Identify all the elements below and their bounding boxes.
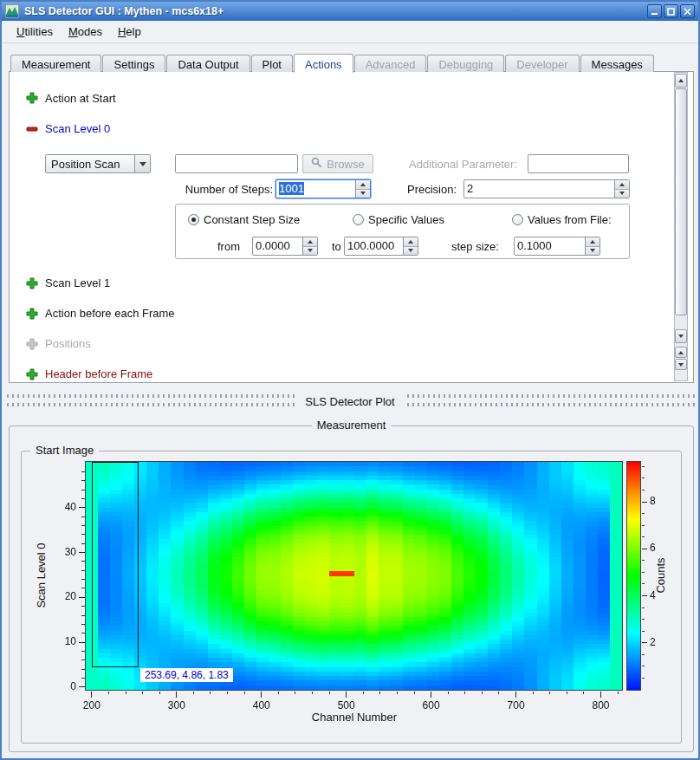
menu-modes[interactable]: Modes (61, 23, 110, 41)
x-axis-minor-tick (159, 692, 160, 694)
vertical-scrollbar[interactable] (674, 72, 688, 381)
y-axis-tick-label: 30 (53, 546, 76, 558)
scroll-down-icon[interactable] (675, 359, 687, 370)
y-axis-tick-label: 20 (53, 590, 76, 602)
combo-dropdown-icon[interactable] (134, 155, 150, 172)
header-before-frame-label[interactable]: Header before Frame (45, 367, 152, 380)
cursor-position-readout: 253.69, 4.86, 1.83 (140, 668, 233, 682)
spin-up-icon[interactable] (303, 237, 317, 247)
precision-spinbox[interactable]: 2 (463, 179, 630, 198)
x-axis-minor-tick (379, 692, 380, 694)
step-size-spinbox[interactable]: 0.1000 (514, 237, 600, 256)
colorbar-minor-tick (642, 619, 645, 620)
x-axis-minor-tick (312, 692, 313, 694)
expand-plus-icon[interactable] (26, 368, 38, 380)
radio-constant-step-size[interactable] (188, 214, 199, 225)
radio-specific-values[interactable] (353, 214, 364, 225)
colorbar-tick (642, 502, 647, 503)
step-mode-groupbox: Constant Step Size Specific Values Value… (175, 204, 630, 259)
colorbar-minor-tick (642, 560, 645, 561)
additional-parameter-input[interactable] (528, 154, 629, 173)
maximize-button[interactable] (664, 4, 678, 18)
expand-plus-icon[interactable] (26, 92, 38, 104)
y-axis-tick (79, 507, 85, 508)
radio-constant-step-size-label[interactable]: Constant Step Size (204, 213, 300, 226)
expand-plus-icon[interactable] (26, 277, 38, 289)
x-axis-minor-tick (414, 692, 415, 694)
tab-messages[interactable]: Messages (580, 55, 654, 72)
scroll-down-icon[interactable] (675, 329, 687, 343)
x-axis-minor-tick (397, 692, 398, 694)
spin-down-icon[interactable] (356, 190, 370, 198)
colorbar-tick (642, 642, 647, 643)
tab-developer: Developer (505, 55, 579, 72)
x-axis-minor-tick (533, 692, 534, 694)
application-window: SLS Detector GUI : Mythen - mcs6x18+ Uti… (0, 0, 700, 760)
spin-down-icon[interactable] (404, 247, 418, 256)
x-axis-tick (600, 692, 601, 698)
spin-up-icon[interactable] (586, 237, 600, 247)
x-axis-tick (91, 692, 92, 698)
radio-values-from-file-label[interactable]: Values from File: (528, 213, 612, 226)
splitter-label: SLS Detector Plot (295, 394, 405, 409)
tab-measurement[interactable]: Measurement (10, 55, 101, 72)
menu-utilities[interactable]: Utilities (9, 23, 61, 41)
colorbar (626, 461, 641, 691)
colorbar-minor-tick (642, 654, 645, 655)
spin-up-icon[interactable] (356, 180, 370, 190)
scroll-up-icon[interactable] (675, 74, 687, 88)
scroll-up-icon[interactable] (675, 347, 687, 358)
x-axis-minor-tick (363, 692, 364, 694)
colorbar-tick (642, 549, 647, 549)
y-axis-tick (79, 642, 85, 643)
colorbar-minor-tick (642, 466, 645, 467)
spin-up-icon[interactable] (404, 237, 418, 247)
scan-mode-combobox[interactable]: Position Scan (45, 154, 151, 173)
y-axis-tick-label: 0 (53, 680, 76, 692)
action-before-frame-label[interactable]: Action before each Frame (45, 307, 175, 320)
radio-values-from-file[interactable] (512, 214, 523, 225)
heatmap-canvas[interactable] (85, 461, 623, 691)
tab-plot[interactable]: Plot (251, 55, 293, 72)
spin-down-icon[interactable] (303, 247, 317, 256)
from-spinbox[interactable]: 0.0000 (252, 237, 318, 256)
x-axis-tick (176, 692, 177, 698)
tab-actions[interactable]: Actions (294, 54, 353, 73)
x-axis-minor-tick (329, 692, 330, 694)
x-axis-minor-tick (618, 692, 619, 694)
spin-down-icon[interactable] (615, 190, 629, 198)
x-axis-minor-tick (583, 692, 584, 694)
x-axis-minor-tick (567, 692, 567, 694)
scan-level-1-label[interactable]: Scan Level 1 (45, 276, 110, 289)
scan-script-input[interactable] (175, 154, 298, 173)
collapse-minus-icon[interactable] (26, 123, 38, 135)
menu-help[interactable]: Help (110, 23, 149, 41)
x-axis-tick-label: 700 (499, 699, 534, 711)
tab-data-output[interactable]: Data Output (166, 55, 250, 72)
spin-up-icon[interactable] (615, 180, 629, 190)
plot-splitter-handle[interactable]: SLS Detector Plot (2, 388, 698, 414)
x-axis-tick-label: 200 (75, 699, 109, 711)
radio-specific-values-label[interactable]: Specific Values (368, 213, 444, 226)
x-axis-tick (515, 692, 516, 698)
x-axis-tick-label: 800 (584, 699, 619, 711)
close-button[interactable] (680, 4, 695, 18)
colorbar-tick-label: 2 (650, 636, 667, 648)
x-axis-minor-tick (227, 692, 228, 694)
colorbar-minor-tick (642, 477, 645, 478)
y-axis-tick (79, 597, 85, 598)
x-axis-minor-tick (210, 692, 211, 694)
x-axis-tick (261, 692, 262, 698)
tab-settings[interactable]: Settings (102, 55, 165, 72)
browse-button[interactable]: Browse (302, 154, 373, 173)
start-image-group-title: Start Image (30, 444, 99, 457)
scan-level-0-label[interactable]: Scan Level 0 (45, 122, 110, 135)
from-value: 0.0000 (253, 237, 302, 255)
expand-plus-icon[interactable] (26, 308, 38, 320)
action-at-start-label[interactable]: Action at Start (45, 92, 116, 105)
minimize-button[interactable] (647, 4, 662, 18)
spin-down-icon[interactable] (586, 247, 600, 256)
to-spinbox[interactable]: 100.0000 (344, 237, 418, 256)
scrollbar-thumb[interactable] (675, 88, 687, 315)
number-of-steps-spinbox[interactable]: 1001 (275, 179, 371, 198)
